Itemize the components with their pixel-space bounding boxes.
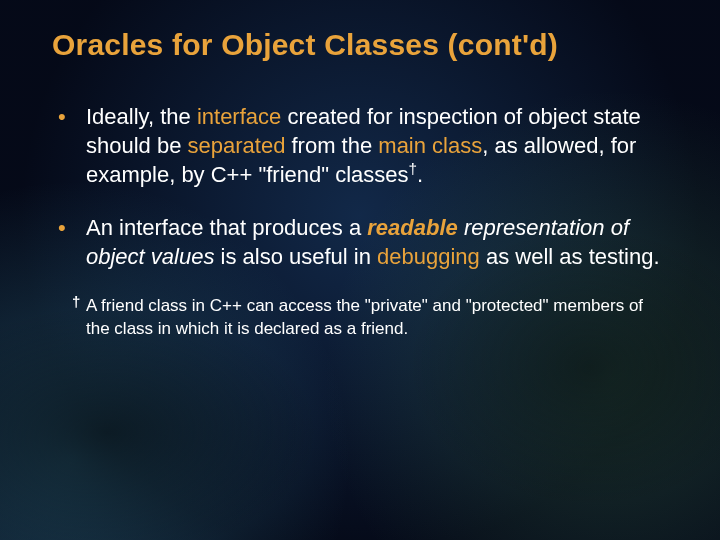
- highlight-main-class: main class: [378, 133, 482, 158]
- slide: Oracles for Object Classes (cont'd) Idea…: [0, 0, 720, 540]
- footnote: † A friend class in C++ can access the "…: [52, 295, 668, 341]
- text: from the: [285, 133, 378, 158]
- bullet-item-2: An interface that produces a readable re…: [52, 213, 668, 271]
- dagger-ref: †: [409, 160, 418, 177]
- slide-title: Oracles for Object Classes (cont'd): [52, 28, 668, 62]
- text: Ideally, the: [86, 104, 197, 129]
- bullet-list: Ideally, the interface created for inspe…: [52, 102, 668, 271]
- dagger-mark: †: [72, 292, 80, 312]
- highlight-debugging: debugging: [377, 244, 480, 269]
- text: .: [417, 162, 423, 187]
- text: as well as testing.: [480, 244, 660, 269]
- text: An interface that produces a: [86, 215, 367, 240]
- text: is also useful in: [214, 244, 377, 269]
- highlight-separated: separated: [188, 133, 286, 158]
- bullet-item-1: Ideally, the interface created for inspe…: [52, 102, 668, 189]
- footnote-text: A friend class in C++ can access the "pr…: [86, 296, 643, 338]
- highlight-interface: interface: [197, 104, 281, 129]
- highlight-readable: readable: [367, 215, 458, 240]
